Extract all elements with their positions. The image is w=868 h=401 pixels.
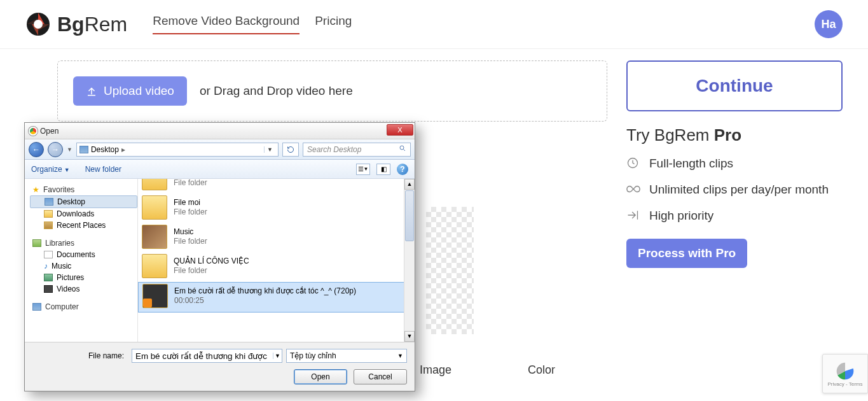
tree-libraries[interactable]: Libraries	[30, 237, 137, 249]
close-button[interactable]: X	[387, 124, 413, 136]
path-dropdown-icon[interactable]: ▼	[264, 146, 275, 153]
upload-dropzone[interactable]: Upload video or Drag and Drop video here	[57, 60, 607, 122]
nav-pricing[interactable]: Pricing	[315, 14, 352, 34]
logo-text: BgRem	[57, 13, 127, 36]
upload-icon	[86, 85, 97, 97]
open-button[interactable]: Open	[294, 369, 347, 384]
forward-button[interactable]: →	[48, 142, 63, 157]
tree-pictures[interactable]: Pictures	[30, 272, 137, 283]
feature-priority: High priority	[626, 209, 843, 223]
tab-image[interactable]: Image	[420, 363, 451, 377]
cancel-button[interactable]: Cancel	[354, 369, 407, 384]
avatar[interactable]: Ha	[815, 10, 843, 38]
dialog-titlebar[interactable]: Open X	[25, 123, 415, 139]
organize-menu[interactable]: Organize▼	[31, 165, 70, 174]
dialog-footer: File name: ▼ Tệp tùy chỉnh ▼ Open Cancel	[25, 342, 415, 391]
dialog-body: ★Favorites Desktop Downloads Recent Plac…	[25, 179, 415, 342]
process-pro-button[interactable]: Process with Pro	[626, 239, 747, 268]
dialog-toolbar: Organize▼ New folder ☰ ▼ ◧ ?	[25, 160, 415, 179]
address-bar: ← → ▼ Desktop ▸ ▼ Search Desktop	[25, 139, 415, 160]
search-icon	[399, 144, 406, 154]
infinity-icon	[626, 183, 640, 197]
tree-favorites[interactable]: ★Favorites	[30, 184, 137, 195]
scroll-thumb[interactable]	[405, 190, 414, 241]
recaptcha-badge[interactable]: Privacy - Terms	[822, 354, 868, 393]
history-dropdown-icon[interactable]: ▼	[67, 146, 72, 153]
tree-downloads[interactable]: Downloads	[30, 208, 137, 220]
desktop-icon	[79, 146, 88, 153]
chrome-icon	[29, 127, 38, 136]
folder-icon	[142, 179, 167, 190]
pro-title: Try BgRem Pro	[626, 125, 843, 145]
svg-point-1	[34, 20, 43, 29]
tree-computer[interactable]: Computer	[30, 301, 137, 313]
filename-input[interactable]	[132, 349, 273, 362]
upload-btn-label: Upload video	[104, 84, 174, 98]
priority-icon	[626, 209, 640, 223]
tree-documents[interactable]: Documents	[30, 249, 137, 260]
folder-icon	[142, 195, 167, 220]
tree-videos[interactable]: Videos	[30, 283, 137, 295]
file-row-video-selected[interactable]: Em bé cười rất dễ thương khi được cắt tó…	[138, 282, 415, 313]
folder-icon	[142, 225, 167, 249]
back-button[interactable]: ←	[29, 142, 44, 157]
scrollbar[interactable]: ▲ ▼	[404, 179, 415, 342]
drag-drop-text: or Drag and Drop video here	[200, 84, 353, 98]
refresh-icon	[287, 146, 294, 153]
recaptcha-icon	[835, 361, 855, 381]
scroll-down-button[interactable]: ▼	[404, 331, 415, 342]
feature-full-length: Full-length clips	[626, 157, 843, 171]
feature-unlimited: Unlimited clips per day/per month	[626, 183, 843, 197]
transparent-preview	[426, 207, 474, 334]
logo[interactable]: BgRem	[25, 11, 127, 37]
clock-icon	[626, 157, 640, 171]
chevron-down-icon: ▼	[397, 353, 403, 359]
search-input[interactable]: Search Desktop	[303, 143, 411, 157]
main-nav: Remove Video Background Pricing	[153, 14, 352, 34]
tab-color[interactable]: Color	[528, 363, 555, 377]
tree-recent[interactable]: Recent Places	[30, 220, 137, 231]
file-row-folder[interactable]: MusicFile folder	[138, 223, 415, 253]
file-type-filter[interactable]: Tệp tùy chỉnh ▼	[286, 349, 407, 363]
continue-button[interactable]: Continue	[626, 60, 843, 111]
file-row-folder[interactable]: File folder	[138, 179, 415, 194]
video-thumb-icon	[142, 284, 168, 308]
app-header: BgRem Remove Video Background Pricing Ha	[0, 0, 868, 49]
file-row-folder[interactable]: QUẢN LÍ CÔNG VIỆCFile folder	[138, 253, 415, 282]
svg-point-3	[400, 146, 404, 150]
preview-pane-button[interactable]: ◧	[376, 164, 390, 175]
tree-desktop[interactable]: Desktop	[30, 195, 137, 208]
aperture-icon	[25, 11, 51, 37]
file-row-folder[interactable]: File moiFile folder	[138, 194, 415, 223]
file-open-dialog: Open X ← → ▼ Desktop ▸ ▼ Search Desktop …	[24, 122, 415, 391]
scroll-up-button[interactable]: ▲	[404, 179, 415, 190]
tree-music[interactable]: ♪Music	[30, 260, 137, 272]
refresh-button[interactable]	[282, 143, 299, 157]
new-folder-button[interactable]: New folder	[85, 165, 121, 174]
nav-tree: ★Favorites Desktop Downloads Recent Plac…	[25, 179, 138, 342]
filename-label: File name:	[32, 351, 128, 360]
dialog-title: Open	[40, 127, 59, 136]
help-button[interactable]: ?	[397, 164, 408, 175]
nav-remove-bg[interactable]: Remove Video Background	[153, 14, 300, 34]
file-list: File folder File moiFile folder MusicFil…	[138, 179, 415, 342]
filename-dropdown-icon[interactable]: ▼	[273, 353, 282, 359]
folder-icon	[142, 254, 167, 278]
upload-video-button[interactable]: Upload video	[73, 76, 187, 106]
view-mode-button[interactable]: ☰ ▼	[356, 164, 370, 175]
path-box[interactable]: Desktop ▸ ▼	[76, 143, 279, 157]
pro-features: Full-length clips Unlimited clips per da…	[626, 157, 843, 223]
